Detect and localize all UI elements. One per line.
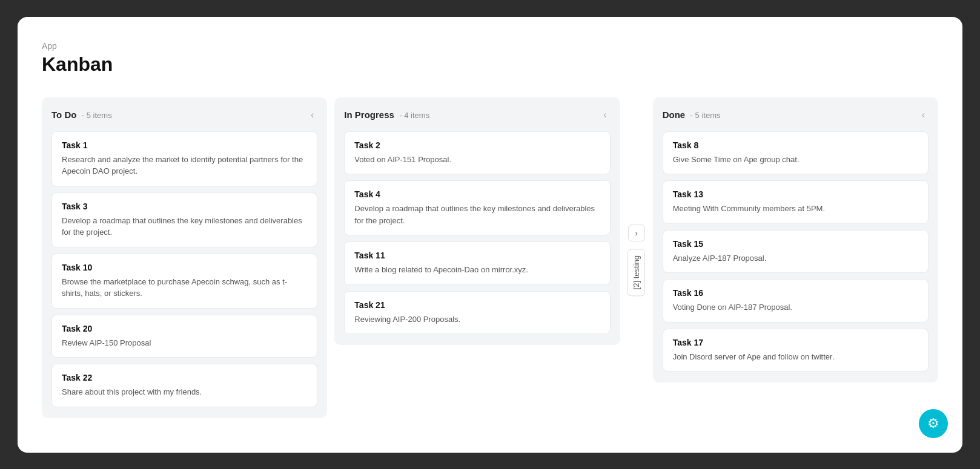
column-done-nav-btn[interactable]: ‹ <box>918 108 929 122</box>
column-todo: To Do - 5 items ‹ Task 1 Research and an… <box>42 97 327 418</box>
card-task1-title: Task 1 <box>62 140 307 150</box>
column-todo-count: - 5 items <box>82 111 112 120</box>
card-task4-desc: Develop a roadmap that outlines the key … <box>354 203 600 226</box>
card-task10-desc: Browse the marketplace to purchase Apeco… <box>62 276 307 300</box>
card-task1: Task 1 Research and analyze the market t… <box>51 131 317 186</box>
card-task21: Task 21 Reviewing AIP-200 Proposals. <box>344 291 610 335</box>
card-task13: Task 13 Meeting With Community members a… <box>663 180 929 224</box>
column-todo-title: To Do - 5 items <box>51 110 112 120</box>
column-inprogress-title-group: In Progress - 4 items <box>344 110 429 120</box>
column-todo-header: To Do - 5 items ‹ <box>51 108 317 122</box>
settings-button[interactable]: ⚙ <box>919 409 948 438</box>
card-task2-title: Task 2 <box>354 140 600 150</box>
card-task21-title: Task 21 <box>354 300 600 310</box>
card-task8-title: Task 8 <box>673 140 918 150</box>
card-task20-title: Task 20 <box>62 324 307 333</box>
card-task4-title: Task 4 <box>354 189 600 199</box>
column-inprogress-nav-btn[interactable]: ‹ <box>600 108 610 122</box>
card-task16-title: Task 16 <box>673 288 918 298</box>
column-inprogress-count: - 4 items <box>399 111 429 120</box>
card-task15-title: Task 15 <box>673 239 918 249</box>
middle-nav: › [2] testing <box>627 97 646 296</box>
card-task13-desc: Meeting With Community members at 5PM. <box>673 203 918 215</box>
card-task17-desc: Join Disord server of Ape and follow on … <box>673 351 918 363</box>
card-task20: Task 20 Review AIP-150 Proposal <box>51 315 317 358</box>
card-task22-desc: Share about this project with my friends… <box>62 386 307 398</box>
card-task3-desc: Develop a roadmap that outlines the key … <box>62 215 307 238</box>
card-task2: Task 2 Voted on AIP-151 Proposal. <box>344 131 610 175</box>
card-task3-title: Task 3 <box>62 202 307 211</box>
card-task15: Task 15 Analyze AIP-187 Proposal. <box>663 230 929 274</box>
card-task8-desc: Give Some Time on Ape group chat. <box>673 154 918 166</box>
column-done-count: - 5 items <box>690 111 721 120</box>
card-task8: Task 8 Give Some Time on Ape group chat. <box>663 131 929 175</box>
card-task4: Task 4 Develop a roadmap that outlines t… <box>344 180 610 235</box>
card-task17-title: Task 17 <box>673 338 918 347</box>
sidebar-tab[interactable]: [2] testing <box>627 249 645 296</box>
column-inprogress: In Progress - 4 items ‹ Task 2 Voted on … <box>334 97 620 346</box>
card-task2-desc: Voted on AIP-151 Proposal. <box>354 154 600 166</box>
card-task11-desc: Write a blog related to Apecoin-Dao on m… <box>354 264 600 276</box>
card-task10: Task 10 Browse the marketplace to purcha… <box>51 254 317 309</box>
card-task16-desc: Voting Done on AIP-187 Proposal. <box>673 301 918 313</box>
card-task22-title: Task 22 <box>62 373 307 382</box>
card-task22: Task 22 Share about this project with my… <box>51 364 317 407</box>
card-task20-desc: Review AIP-150 Proposal <box>62 337 307 349</box>
gear-icon: ⚙ <box>927 416 939 431</box>
column-done-title-text: Done <box>663 110 686 120</box>
card-task21-desc: Reviewing AIP-200 Proposals. <box>354 313 600 326</box>
column-done: Done - 5 items ‹ Task 8 Give Some Time o… <box>653 97 938 383</box>
card-task13-title: Task 13 <box>673 189 918 199</box>
column-todo-nav-btn[interactable]: ‹ <box>307 108 317 122</box>
column-inprogress-title-text: In Progress <box>344 110 394 120</box>
card-task10-title: Task 10 <box>62 263 307 272</box>
column-done-title-group: Done - 5 items <box>663 110 721 120</box>
column-done-header: Done - 5 items ‹ <box>663 108 929 122</box>
app-title: Kanban <box>42 53 938 76</box>
card-task1-desc: Research and analyze the market to ident… <box>62 154 307 177</box>
card-task15-desc: Analyze AIP-187 Proposal. <box>673 252 918 264</box>
card-task11: Task 11 Write a blog related to Apecoin-… <box>344 241 610 285</box>
card-task3: Task 3 Develop a roadmap that outlines t… <box>51 192 317 248</box>
column-inprogress-header: In Progress - 4 items ‹ <box>344 108 610 122</box>
card-task11-title: Task 11 <box>354 251 600 260</box>
app-container: App Kanban To Do - 5 items ‹ Task 1 Rese… <box>18 17 962 453</box>
card-task16: Task 16 Voting Done on AIP-187 Proposal. <box>663 279 929 323</box>
app-label: App <box>42 41 938 51</box>
kanban-board: To Do - 5 items ‹ Task 1 Research and an… <box>42 97 938 418</box>
column-todo-title-text: To Do <box>51 110 76 120</box>
middle-nav-right-btn[interactable]: › <box>628 225 645 241</box>
card-task17: Task 17 Join Disord server of Ape and fo… <box>663 329 929 372</box>
